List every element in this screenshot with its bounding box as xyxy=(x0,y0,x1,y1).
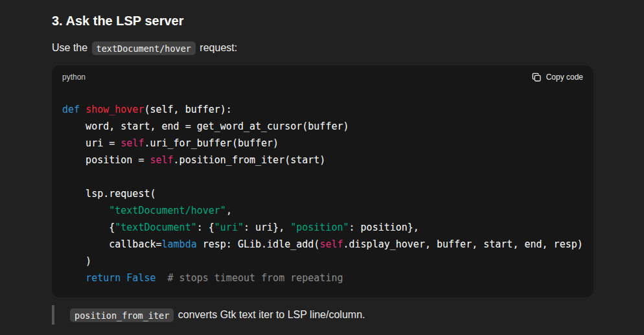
code-token: ) xyxy=(62,255,91,267)
code-token: lsp.request( xyxy=(62,188,156,200)
code-token: self xyxy=(121,137,144,149)
code-token: callback= xyxy=(62,238,162,250)
code-token: def xyxy=(62,104,80,115)
code-token: self xyxy=(150,154,173,166)
code-token: uri = xyxy=(62,137,121,149)
code-token: lambda xyxy=(162,238,197,250)
code-token xyxy=(62,205,109,216)
code-token: "textDocument" xyxy=(115,222,196,233)
copy-code-button[interactable]: Copy code xyxy=(531,72,583,82)
code-token: word, start, end = get_word_at_cursor(bu… xyxy=(62,121,349,132)
intro-text-before: Use the xyxy=(52,42,91,53)
section-heading: 3. Ask the LSP server xyxy=(52,13,593,29)
inline-code-request: textDocument/hover xyxy=(92,41,196,55)
code-block-header: python Copy code xyxy=(52,65,593,89)
code-token xyxy=(80,104,86,115)
copy-icon xyxy=(531,72,542,82)
code-token: "uri" xyxy=(214,222,244,233)
code-token: position = xyxy=(62,154,150,166)
blockquote-note: position_from_iter converts Gtk text ite… xyxy=(52,305,593,325)
code-token xyxy=(121,272,126,284)
code-token: .display_hover, buffer, start, end, resp… xyxy=(343,238,583,250)
code-token: (self, buffer): xyxy=(144,104,231,115)
code-scroll-area[interactable]: def show_hover(self, buffer): word, star… xyxy=(52,89,593,297)
code-token: .position_from_iter(start) xyxy=(174,154,326,166)
code-content: def show_hover(self, buffer): word, star… xyxy=(62,101,583,286)
code-token: , xyxy=(226,205,232,216)
code-language-label: python xyxy=(62,72,86,82)
code-token: : position}, xyxy=(349,222,419,233)
message-content: 3. Ask the LSP server Use the textDocume… xyxy=(0,0,644,325)
code-token: resp: GLib.idle_add( xyxy=(197,238,320,250)
copy-code-label: Copy code xyxy=(546,72,583,82)
blockquote-text: converts Gtk text iter to LSP line/colum… xyxy=(175,309,365,320)
code-token: : uri}, xyxy=(244,222,290,233)
code-token: { xyxy=(62,222,115,233)
code-token: .uri_for_buffer(buffer) xyxy=(144,137,279,149)
inline-code-position-from-iter: position_from_iter xyxy=(70,308,174,322)
code-token: : { xyxy=(197,222,214,233)
code-token: # stops timeout from repeating xyxy=(168,272,343,284)
intro-paragraph: Use the textDocument/hover request: xyxy=(52,40,593,56)
code-block: python Copy code def show_hover(self, bu… xyxy=(52,65,593,297)
code-token xyxy=(156,272,168,284)
code-token: "position" xyxy=(290,222,349,233)
code-token xyxy=(62,272,86,284)
code-token: False xyxy=(126,272,155,284)
code-token: "textDocument/hover" xyxy=(109,205,226,216)
code-token: self xyxy=(319,238,343,250)
code-token: show_hover xyxy=(86,104,144,115)
code-token: return xyxy=(86,272,121,284)
intro-text-after: request: xyxy=(197,42,237,53)
